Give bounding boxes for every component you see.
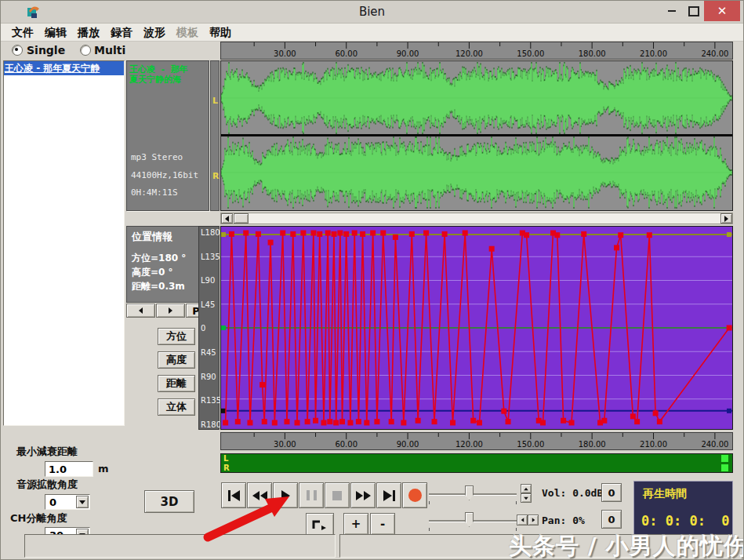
loop-button[interactable] [306,513,334,536]
waveform-channel-strip: L R [210,60,220,211]
skip-end-button[interactable] [376,482,401,508]
volume-reset-button[interactable]: 0 [601,483,622,502]
pan-axis-label: R45 [201,348,216,357]
maximize-button[interactable] [684,1,704,21]
ruler-tick-label: 240.00 [701,49,728,58]
stop-button[interactable] [325,482,350,508]
zoom-out-button[interactable]: - [370,513,395,535]
ruler-tick-label: 60.00 [335,49,357,58]
radio-single[interactable] [12,45,23,56]
scroll-left-button[interactable] [221,213,233,224]
zoom-in-button[interactable]: + [343,513,368,535]
timeline-ruler-top: 30.0060.0090.00120.00150.00180.00210.002… [220,42,733,60]
azimuth-value: 方位=180 ° [132,252,186,265]
skip-start-icon [228,490,240,501]
spread-dropdown-button[interactable] [76,496,89,508]
menu-item-2[interactable]: 编辑 [45,24,67,41]
pan-left-button[interactable] [517,515,528,525]
prev-icon [139,307,143,314]
spread-angle-label: 音源拡散角度 [16,478,78,492]
azimuth-track-button[interactable]: 方位 [158,328,195,345]
pan-axis: L180L135L90L450R45R90R135R180 [198,226,220,430]
status-cell-left [24,534,336,558]
waveform-scrollbar[interactable] [220,213,733,224]
watermark: 头条号 / 小男人的忧伤 [509,531,744,560]
ruler-tick-label: 210.00 [640,49,667,58]
scroll-right-icon [724,216,728,222]
distance-track-button[interactable]: 距離 [158,375,195,392]
pan-spinner[interactable] [517,515,539,525]
pan-axis-label: L135 [201,253,220,261]
pan-reset-button[interactable]: 0 [601,510,622,529]
ruler-tick-label: 180.00 [579,440,606,449]
vu-right-label: R [223,464,230,472]
close-button[interactable]: ✕ [704,1,740,21]
waveform-display[interactable] [220,60,733,211]
volume-spinner[interactable] [521,484,532,503]
scroll-left-icon [225,216,229,222]
title-bar: Bien ✕ [1,1,743,24]
menu-item-7[interactable]: 帮助 [209,24,231,41]
track-title-line1: 王心凌 - 那年 [129,64,206,75]
menu-item-1[interactable]: 文件 [12,24,34,41]
ruler-tick-label: 120.00 [455,440,483,449]
playlist-item[interactable]: 王心凌 - 那年夏天宁静 [4,61,124,75]
pan-right-button[interactable] [528,515,539,525]
min-attenuation-input[interactable] [45,461,93,477]
ruler-tick-label: 210.00 [640,440,667,449]
menu-item-6: 模板 [176,24,198,41]
close-icon: ✕ [717,4,728,18]
pan-automation-chart[interactable] [220,226,733,430]
app-window: Bien ✕ 文件编辑播放録音波形模板帮助 Single Multi 王心凌 -… [0,0,744,560]
volume-readout: Vol: 0.0dB [542,487,603,499]
pause-button[interactable] [299,482,324,508]
play-button[interactable] [273,482,298,508]
duration-label: 0H:4M:11S [131,187,178,198]
rewind-button[interactable] [247,482,272,508]
vu-left-label: L [223,454,228,463]
elevation-track-button[interactable]: 高度 [158,351,195,369]
spin-up-icon [524,487,528,490]
pause-icon [305,490,318,500]
pan-axis-label: R180 [201,420,221,429]
playlist[interactable]: 王心凌 - 那年夏天宁静 [3,60,125,426]
ruler-tick-label: 30.00 [274,440,296,449]
next-icon [169,307,172,314]
left-channel-label: L [212,96,218,106]
min-attenuation-label: 最小減衰距離 [16,445,78,459]
volume-up-button[interactable] [521,484,532,493]
menu-item-4[interactable]: 録音 [111,24,132,41]
menu-bar: 文件编辑播放録音波形模板帮助 [1,24,743,42]
ruler-tick-label: 150.00 [517,49,544,58]
spin-left-icon [521,518,524,522]
pan-axis-label: 0 [201,324,205,333]
ch-separation-label: CH分離角度 [10,511,67,525]
skip-start-button[interactable] [221,482,246,508]
stereo-track-button[interactable]: 立体 [158,398,195,416]
pan-axis-label: L90 [201,276,215,285]
fast-forward-button[interactable] [350,482,376,508]
3d-mode-button[interactable]: 3D [144,490,194,513]
timeline-ruler-bottom: 30.0060.0090.00120.00150.00180.00210.002… [220,432,733,450]
pan-readout: Pan: 0% [542,515,585,526]
pan-slider-thumb[interactable] [465,512,474,527]
vu-left-level [721,455,728,462]
next-point-button[interactable] [156,304,185,318]
volume-down-button[interactable] [521,493,532,503]
minimize-button[interactable] [662,1,682,21]
radio-multi[interactable] [80,45,91,56]
min-attenuation-unit: m [98,463,109,475]
volume-slider-thumb[interactable] [465,485,474,500]
prev-point-button[interactable] [126,304,155,318]
ruler-tick-label: 120.00 [455,49,483,58]
menu-item-3[interactable]: 播放 [78,24,100,41]
samplerate-label: 44100Hz,16bit [131,170,198,180]
stop-icon [332,491,342,500]
scroll-right-button[interactable] [720,213,732,224]
record-button[interactable] [402,482,427,508]
spin-down-icon [524,496,528,500]
distance-value: 距離=0.3m [132,280,185,293]
menu-item-5[interactable]: 波形 [143,24,165,41]
scrollbar-thumb[interactable] [234,213,249,224]
spread-angle-select[interactable]: 0 [45,494,90,510]
